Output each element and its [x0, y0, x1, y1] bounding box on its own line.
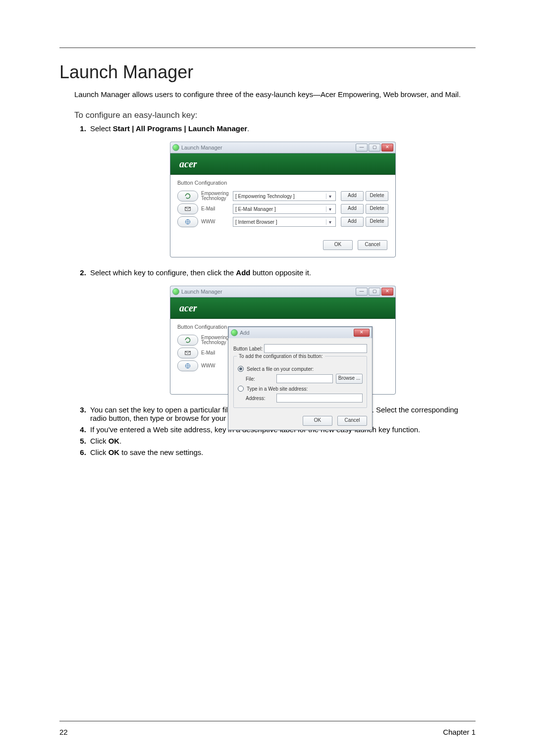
row-www: WWW [ Internet Browser ]▾ Add Delete	[177, 216, 388, 227]
app-icon	[231, 329, 238, 336]
ok-button[interactable]: OK	[303, 416, 332, 426]
close-button[interactable]: ✕	[381, 288, 393, 296]
key-empowering-button[interactable]	[177, 335, 198, 346]
add-dialog: Add ✕ Button Label: To add the configura…	[228, 326, 373, 430]
mail-icon	[184, 350, 191, 356]
combo-empowering[interactable]: [ Empowering Technology ]▾	[233, 191, 336, 201]
maximize-button[interactable]: ▢	[369, 144, 380, 151]
page-number: 22	[59, 728, 68, 736]
add-button[interactable]: Add	[341, 217, 364, 227]
add-button[interactable]: Add	[341, 191, 364, 201]
browse-button[interactable]: Browse ...	[336, 374, 363, 384]
titlebar: Launch Manager — ▢ ✕	[170, 286, 396, 297]
row-empowering: Empowering Technology [ Empowering Techn…	[177, 191, 388, 202]
button-label-input[interactable]	[264, 344, 367, 353]
delete-button[interactable]: Delete	[366, 204, 388, 214]
window-title: Launch Manager	[181, 145, 222, 151]
delete-button[interactable]: Delete	[366, 191, 388, 201]
add-titlebar: Add ✕	[228, 327, 372, 338]
step-6: Click OK to save the new settings.	[88, 448, 476, 456]
address-label: Address:	[246, 396, 276, 401]
combo-email[interactable]: [ E-Mail Manager ]▾	[233, 204, 336, 214]
button-label-label: Button Label:	[233, 346, 264, 352]
key-email-button[interactable]	[177, 348, 198, 358]
maximize-button[interactable]: ▢	[369, 288, 380, 296]
step-1: Select Start | All Programs | Launch Man…	[88, 124, 476, 257]
titlebar: Launch Manager — ▢ ✕	[170, 142, 396, 153]
key-www-button[interactable]	[177, 360, 198, 371]
group-title: To add the configuration of this button:	[237, 353, 325, 359]
key-empowering-button[interactable]	[177, 191, 198, 202]
minimize-button[interactable]: —	[356, 144, 368, 151]
empowering-e-icon	[184, 193, 191, 200]
bottom-rule	[59, 721, 476, 721]
ok-button[interactable]: OK	[323, 240, 353, 250]
add-button[interactable]: Add	[341, 204, 364, 214]
mail-icon	[184, 205, 191, 212]
radio-icon	[238, 386, 244, 392]
brand-bar: acer	[170, 153, 395, 175]
top-rule	[59, 48, 476, 48]
launch-manager-window-1: Launch Manager — ▢ ✕ acer Button Configu…	[170, 142, 396, 257]
radio-icon	[238, 366, 244, 372]
key-www-button[interactable]	[177, 216, 198, 227]
radio-web-address[interactable]: Type in a Web site address:	[238, 386, 363, 392]
page-title: Launch Manager	[59, 62, 476, 83]
minimize-button[interactable]: —	[356, 288, 368, 296]
close-button[interactable]: ✕	[354, 329, 370, 337]
globe-icon	[184, 218, 191, 225]
brand-bar: acer	[170, 298, 395, 319]
file-label: File:	[246, 376, 276, 382]
cancel-button[interactable]: Cancel	[358, 240, 387, 250]
add-window-title: Add	[240, 330, 250, 336]
key-email-button[interactable]	[177, 203, 198, 214]
chevron-down-icon: ▾	[326, 219, 333, 225]
intro-text: Launch Manager allows users to configure…	[74, 90, 476, 99]
chapter-label: Chapter 1	[443, 728, 476, 736]
subheading: To configure an easy-launch key:	[74, 110, 476, 120]
delete-button[interactable]: Delete	[366, 217, 388, 227]
close-button[interactable]: ✕	[381, 144, 393, 151]
step-5: Click OK.	[88, 437, 476, 445]
app-icon	[172, 144, 179, 151]
app-icon	[172, 288, 179, 295]
chevron-down-icon: ▾	[326, 194, 333, 199]
empowering-e-icon	[184, 337, 191, 344]
section-label: Button Configuration	[170, 175, 395, 189]
launch-manager-window-2: Launch Manager — ▢ ✕ acer Button Configu…	[170, 286, 396, 395]
chevron-down-icon: ▾	[326, 206, 333, 212]
cancel-button[interactable]: Cancel	[337, 416, 367, 426]
row-email: E-Mail [ E-Mail Manager ]▾ Add Delete	[177, 203, 388, 214]
combo-www[interactable]: [ Internet Browser ]▾	[233, 217, 336, 227]
address-input[interactable]	[276, 394, 363, 403]
file-input[interactable]	[276, 374, 333, 383]
radio-select-file[interactable]: Select a file on your computer:	[238, 366, 363, 372]
globe-icon	[184, 362, 191, 369]
steps-list: Select Start | All Programs | Launch Man…	[74, 124, 476, 456]
step-2: Select which key to configure, then clic…	[88, 268, 476, 395]
window-title: Launch Manager	[181, 289, 222, 295]
